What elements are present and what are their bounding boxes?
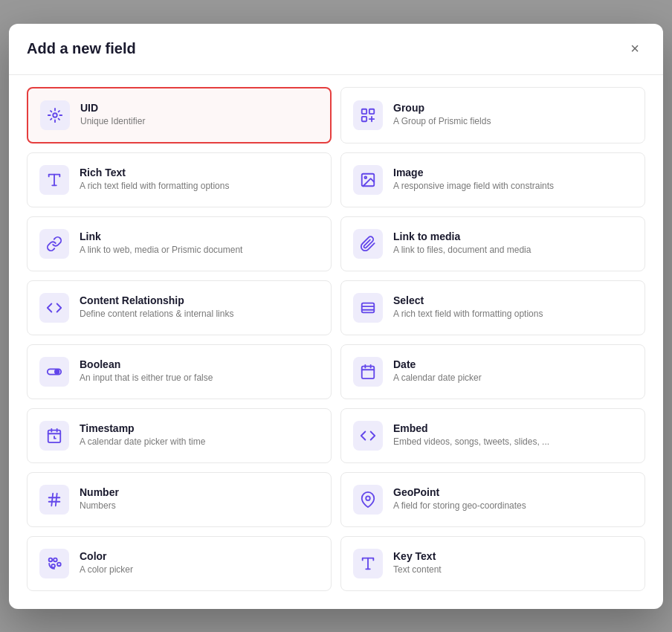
link-to-media-icon	[353, 229, 383, 259]
field-card-timestamp[interactable]: Timestamp A calendar date picker with ti…	[27, 408, 332, 463]
field-card-select[interactable]: Select A rich text field with formatting…	[340, 280, 645, 335]
field-name: Timestamp	[80, 422, 205, 434]
field-desc: A rich text field with formatting option…	[80, 180, 229, 193]
field-name: GeoPoint	[393, 486, 526, 498]
field-info: Boolean An input that is either true or …	[80, 358, 213, 384]
field-info: UID Unique Identifier	[80, 102, 145, 128]
field-card-number[interactable]: Number Numbers	[27, 472, 332, 527]
field-info: Embed Embed videos, songs, tweets, slide…	[393, 422, 549, 448]
add-field-modal: Add a new field × UID Unique Identifier …	[9, 24, 663, 609]
svg-rect-11	[362, 366, 375, 378]
field-info: Rich Text A rich text field with formatt…	[80, 167, 229, 193]
field-desc: A responsive image field with constraint…	[393, 180, 554, 193]
content-relationship-icon	[39, 293, 69, 323]
field-info: Image A responsive image field with cons…	[393, 167, 554, 193]
modal-title: Add a new field	[27, 40, 136, 57]
field-card-embed[interactable]: Embed Embed videos, songs, tweets, slide…	[340, 408, 645, 463]
select-icon	[353, 293, 383, 323]
field-name: Select	[393, 294, 543, 306]
geopoint-icon	[353, 485, 383, 515]
field-name: Rich Text	[80, 167, 229, 178]
boolean-icon	[39, 357, 69, 387]
svg-line-22	[56, 493, 57, 506]
svg-point-5	[364, 176, 366, 178]
field-desc: A field for storing geo-coordinates	[393, 500, 526, 512]
field-card-color[interactable]: Color A color picker	[27, 536, 332, 591]
field-card-link-to-media[interactable]: Link to media A link to files, document …	[340, 216, 645, 271]
field-desc: Define content relations & internal link…	[80, 308, 233, 320]
svg-point-25	[57, 562, 61, 566]
field-card-group[interactable]: Group A Group of Prismic fields	[340, 87, 645, 144]
group-icon	[353, 100, 383, 130]
number-icon	[39, 485, 69, 515]
timestamp-icon	[39, 421, 69, 451]
field-card-uid[interactable]: UID Unique Identifier	[27, 87, 332, 144]
svg-point-24	[54, 558, 57, 561]
field-desc: A calendar date picker	[393, 372, 482, 384]
svg-point-26	[49, 558, 53, 561]
image-icon	[353, 165, 383, 195]
date-icon	[353, 357, 383, 387]
field-info: Link to media A link to files, document …	[393, 230, 531, 257]
field-card-boolean[interactable]: Boolean An input that is either true or …	[27, 344, 332, 399]
field-name: UID	[80, 102, 145, 114]
svg-rect-1	[362, 109, 366, 113]
link-icon	[39, 229, 69, 259]
svg-point-23	[366, 496, 370, 500]
svg-rect-2	[369, 109, 374, 113]
field-name: Link to media	[393, 230, 531, 242]
field-card-content-relationship[interactable]: Content Relationship Define content rela…	[27, 280, 332, 335]
field-card-image[interactable]: Image A responsive image field with cons…	[340, 152, 645, 207]
uid-icon	[40, 100, 70, 130]
modal-header: Add a new field ×	[9, 24, 663, 75]
field-desc: A color picker	[80, 564, 133, 576]
svg-point-27	[51, 564, 55, 567]
field-desc: A link to web, media or Prismic document	[80, 244, 242, 257]
field-name: Color	[80, 550, 133, 562]
field-info: Link A link to web, media or Prismic doc…	[80, 230, 242, 257]
field-name: Content Relationship	[80, 294, 233, 306]
modal-body: UID Unique Identifier Group A Group of P…	[9, 75, 663, 609]
field-name: Link	[80, 230, 242, 242]
field-card-date[interactable]: Date A calendar date picker	[340, 344, 645, 399]
field-info: Date A calendar date picker	[393, 358, 482, 384]
field-info: GeoPoint A field for storing geo-coordin…	[393, 486, 526, 512]
close-button[interactable]: ×	[624, 39, 645, 59]
embed-icon	[353, 421, 383, 451]
field-name: Boolean	[80, 358, 213, 370]
svg-point-10	[55, 370, 59, 374]
field-desc: Numbers	[80, 500, 119, 512]
field-name: Embed	[393, 422, 549, 434]
field-card-geopoint[interactable]: GeoPoint A field for storing geo-coordin…	[340, 472, 645, 527]
field-card-link[interactable]: Link A link to web, media or Prismic doc…	[27, 216, 332, 271]
field-desc: An input that is either true or false	[80, 372, 213, 384]
color-icon	[39, 549, 69, 578]
field-info: Key Text Text content	[393, 550, 442, 576]
field-desc: A Group of Prismic fields	[393, 115, 491, 128]
field-name: Date	[393, 358, 482, 370]
field-info: Color A color picker	[80, 550, 133, 576]
field-name: Key Text	[393, 550, 442, 562]
field-desc: A calendar date picker with time	[80, 436, 205, 448]
field-info: Number Numbers	[80, 486, 119, 512]
svg-rect-3	[362, 116, 366, 120]
field-desc: Unique Identifier	[80, 115, 145, 128]
field-info: Group A Group of Prismic fields	[393, 102, 491, 128]
field-info: Timestamp A calendar date picker with ti…	[80, 422, 205, 448]
svg-point-0	[53, 113, 57, 117]
key-text-icon	[353, 549, 383, 578]
field-card-rich-text[interactable]: Rich Text A rich text field with formatt…	[27, 152, 332, 207]
field-name: Image	[393, 167, 554, 178]
field-name: Number	[80, 486, 119, 498]
svg-rect-6	[362, 303, 375, 312]
field-desc: A rich text field with formatting option…	[393, 308, 543, 320]
field-desc: A link to files, document and media	[393, 244, 531, 257]
fields-grid: UID Unique Identifier Group A Group of P…	[27, 87, 645, 591]
rich-text-icon	[39, 165, 69, 195]
field-info: Content Relationship Define content rela…	[80, 294, 233, 320]
field-name: Group	[393, 102, 491, 114]
field-card-key-text[interactable]: Key Text Text content	[340, 536, 645, 591]
field-info: Select A rich text field with formatting…	[393, 294, 543, 320]
field-desc: Embed videos, songs, tweets, slides, ...	[393, 436, 549, 448]
field-desc: Text content	[393, 564, 442, 576]
